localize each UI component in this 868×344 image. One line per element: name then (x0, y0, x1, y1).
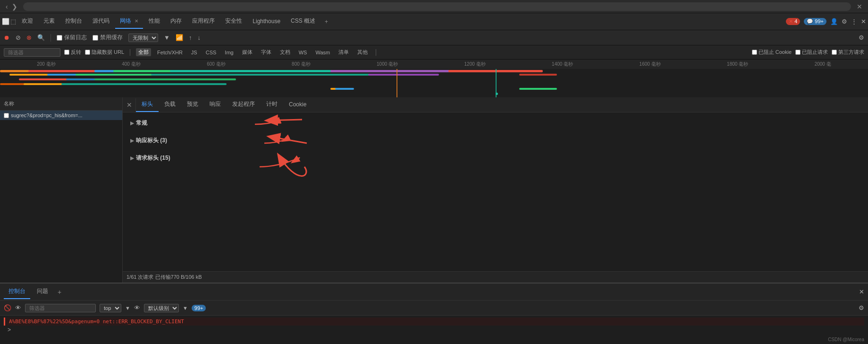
details-close-icon[interactable]: ✕ (123, 98, 136, 112)
mark-1000: 1000 毫秒 (377, 61, 398, 68)
red-arrows-overlay (189, 112, 321, 233)
details-tab-headers[interactable]: 标头 (136, 97, 159, 112)
add-tab-icon[interactable]: + (321, 18, 332, 25)
timeline-waterfall (0, 69, 868, 97)
wifi-icon[interactable]: 📶 (176, 34, 183, 41)
tab-sources[interactable]: 源代码 (88, 14, 114, 29)
upload-icon[interactable]: ↑ (189, 34, 192, 41)
inspect-icon[interactable]: ⬚ (10, 18, 16, 25)
blocked-request-checkbox[interactable]: 已阻止请求 (795, 49, 828, 56)
blocked-cookie-check[interactable] (752, 50, 757, 55)
tl-bar-16 (94, 78, 236, 80)
device-toggle-icon[interactable]: ⬜ (2, 18, 9, 25)
record-button[interactable]: ⏺ (4, 34, 10, 41)
info-count-badge: 💬 99+ (804, 18, 826, 25)
throttle-select[interactable]: 无限制 (128, 34, 158, 42)
tab-welcome[interactable]: 欢迎 (17, 14, 38, 29)
url-bar[interactable] (23, 2, 851, 11)
throttle-dropdown-icon[interactable]: ▼ (164, 34, 170, 41)
tab-network[interactable]: 网络 ✕ (115, 14, 143, 29)
chip-img[interactable]: Img (222, 49, 236, 56)
section-response-headers[interactable]: ▶ 响应标头 (3) (128, 134, 862, 147)
settings-icon[interactable]: ⚙ (842, 18, 847, 25)
details-tab-payload[interactable]: 负载 (159, 97, 181, 112)
network-tab-close-icon[interactable]: ✕ (135, 18, 138, 24)
disable-cache-checkbox[interactable]: 禁用缓存 (93, 34, 123, 42)
third-party-check[interactable] (832, 50, 837, 55)
console-tabs-right: ✕ (859, 288, 864, 295)
tab-application[interactable]: 应用程序 (187, 14, 219, 29)
hide-data-url-check[interactable] (85, 50, 90, 55)
close-console-icon[interactable]: ✕ (859, 288, 864, 295)
console-tab-issues[interactable]: 问题 (32, 284, 53, 299)
third-party-checkbox[interactable]: 第三方请求 (832, 49, 864, 56)
mark-400: 400 毫秒 (122, 61, 140, 68)
console-prompt[interactable]: > (4, 326, 864, 334)
reverse-check[interactable] (64, 50, 69, 55)
console-tab-console[interactable]: 控制台 (4, 284, 30, 299)
add-console-tab-icon[interactable]: + (55, 288, 64, 296)
forward-icon[interactable]: ❯ (10, 3, 19, 10)
chip-other[interactable]: 其他 (355, 48, 370, 56)
reverse-checkbox[interactable]: 反转 (64, 49, 81, 56)
preserve-log-checkbox[interactable]: 保留日志 (57, 34, 87, 42)
chip-all[interactable]: 全部 (136, 48, 151, 56)
chip-clear[interactable]: 清单 (336, 48, 351, 56)
preserve-log-check[interactable] (57, 35, 62, 41)
filter-divider-2 (376, 49, 376, 56)
top-context-select[interactable]: top (100, 304, 121, 312)
chip-ws[interactable]: WS (296, 49, 310, 56)
console-eye2-icon[interactable]: 👁 (134, 304, 140, 311)
chip-media[interactable]: 媒体 (240, 48, 255, 56)
clear-console-icon[interactable]: 🚫 (4, 304, 11, 311)
filter-input[interactable] (4, 48, 60, 57)
search-network-icon[interactable]: 🔍 (37, 34, 45, 41)
blocked-cookie-checkbox[interactable]: 已阻止 Cookie (752, 49, 792, 56)
chip-js[interactable]: JS (189, 49, 200, 56)
tl-bar-12 (368, 74, 439, 76)
chip-css[interactable]: CSS (203, 49, 219, 56)
close-browser-icon[interactable]: ✕ (855, 3, 864, 10)
tab-css-overview[interactable]: CSS 概述 (286, 14, 320, 29)
close-devtools-icon[interactable]: ✕ (861, 18, 866, 25)
console-eye-icon[interactable]: 👁 (15, 304, 21, 311)
tab-security[interactable]: 安全性 (220, 14, 247, 29)
tab-memory[interactable]: 内存 (166, 14, 186, 29)
tab-lighthouse[interactable]: Lighthouse (248, 15, 285, 28)
tab-console[interactable]: 控制台 (60, 14, 87, 29)
cancel-button[interactable]: ⊘ (16, 34, 21, 41)
tab-elements[interactable]: 元素 (39, 14, 59, 29)
request-name: sugrec?&prod=pc_his&from=... (11, 112, 83, 118)
request-item[interactable]: sugrec?&prod=pc_his&from=... (0, 111, 122, 120)
console-filter-input[interactable] (25, 304, 96, 312)
top-dropdown-arrow[interactable]: ▼ (125, 305, 130, 311)
chip-fetch-xhr[interactable]: Fetch/XHR (155, 49, 185, 56)
console-output: A%BE%E8%BF%87%22%5D&pagenum=0 net::ERR_B… (0, 316, 868, 344)
details-tab-cookies[interactable]: Cookie (283, 98, 312, 112)
section-request-arrow: ▶ (130, 155, 134, 161)
mark-800: 800 毫秒 (292, 61, 310, 68)
download-icon[interactable]: ↓ (197, 34, 201, 41)
chip-font[interactable]: 字体 (259, 48, 274, 56)
error-clear-icon[interactable]: ⊗ (26, 34, 32, 41)
tab-performance[interactable]: 性能 (144, 14, 165, 29)
disable-cache-check[interactable] (93, 35, 98, 41)
chip-doc[interactable]: 文档 (278, 48, 293, 56)
details-tab-response[interactable]: 响应 (204, 97, 227, 112)
back-icon[interactable]: ‹ (4, 3, 10, 10)
details-tab-timing[interactable]: 计时 (261, 97, 283, 112)
request-checkbox[interactable] (4, 113, 9, 118)
more-options-icon[interactable]: ⋮ (851, 18, 857, 25)
blocked-request-check[interactable] (795, 50, 801, 55)
user-icon[interactable]: 👤 (830, 18, 838, 25)
section-request-headers[interactable]: ▶ 请求标头 (15) (128, 151, 862, 165)
details-tab-preview[interactable]: 预览 (181, 97, 204, 112)
hide-data-url-checkbox[interactable]: 隐藏数据 URL (85, 49, 124, 56)
chip-wasm[interactable]: Wasm (313, 49, 332, 56)
level-dropdown-arrow[interactable]: ▼ (183, 305, 188, 311)
log-level-select[interactable]: 默认级别 (144, 304, 179, 312)
section-general[interactable]: ▶ 常规 (128, 116, 862, 130)
details-tab-initiator[interactable]: 发起程序 (227, 97, 261, 112)
network-settings-icon[interactable]: ⚙ (859, 34, 864, 41)
console-settings-icon[interactable]: ⚙ (859, 304, 864, 311)
